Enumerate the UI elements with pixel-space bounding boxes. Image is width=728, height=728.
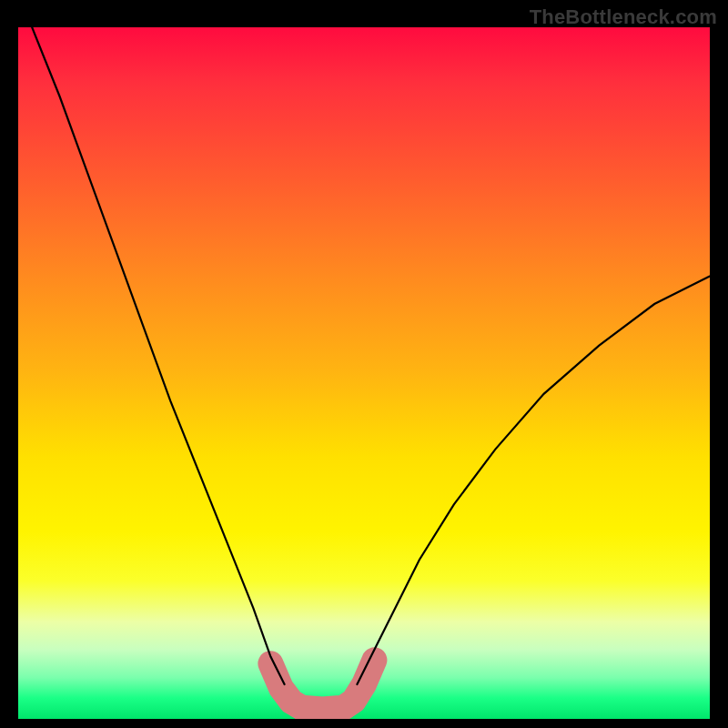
chart-frame: TheBottleneck.com xyxy=(0,0,728,728)
highlight-band xyxy=(270,660,374,709)
curve-left xyxy=(32,27,284,684)
curve-svg xyxy=(18,27,710,719)
plot-area xyxy=(18,27,710,719)
curve-right xyxy=(357,277,710,684)
watermark-text: TheBottleneck.com xyxy=(530,5,717,29)
